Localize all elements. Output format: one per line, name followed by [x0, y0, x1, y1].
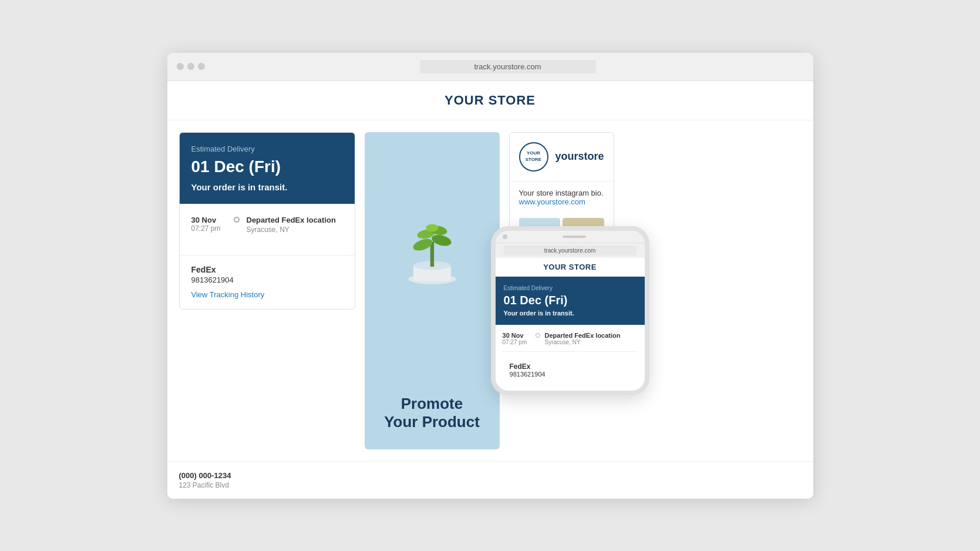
page-header: YOUR STORE [167, 81, 813, 120]
view-history-link[interactable]: View Tracking History [191, 290, 265, 299]
browser-addressbar[interactable]: track.yourstore.com [420, 60, 596, 73]
delivery-date: 01 Dec (Fri) [191, 157, 343, 177]
mobile-mockup: track.yourstore.com YOUR STORE Estimated… [491, 226, 649, 395]
mobile-event-time: 07:27 pm [503, 339, 531, 345]
store-name-social: yourstore [555, 150, 604, 163]
plant-pot-icon [394, 210, 470, 304]
store-title: YOUR STORE [179, 93, 801, 108]
promo-title: Promote Your Product [384, 395, 480, 431]
svg-point-8 [426, 224, 438, 232]
event-title: Departed FedEx location [247, 216, 343, 224]
mobile-addressbar[interactable]: track.yourstore.com [504, 246, 637, 256]
mobile-event-date: 30 Nov [503, 332, 531, 339]
social-website-link[interactable]: www.yourstore.com [519, 197, 585, 206]
mobile-event-dot [536, 333, 540, 338]
browser-dot-red[interactable] [177, 63, 184, 70]
mobile-divider [503, 351, 638, 352]
bottom-address: 123 Pacific Blvd [179, 481, 801, 489]
mobile-tracking-body: 30 Nov 07:27 pm Departed FedEx location … [496, 325, 645, 391]
tracking-number: 9813621904 [191, 276, 343, 284]
social-bio: Your store instagram bio. www.yourstore.… [510, 182, 614, 213]
estimated-delivery-label: Estimated Delivery [191, 145, 343, 153]
mobile-tracking-event: 30 Nov 07:27 pm Departed FedEx location … [503, 332, 638, 345]
mobile-content: YOUR STORE Estimated Delivery 01 Dec (Fr… [496, 258, 645, 391]
mobile-camera-icon [503, 234, 507, 239]
event-time: 07:27 pm [191, 224, 227, 233]
event-dot-col [234, 216, 240, 234]
tracking-card: Estimated Delivery 01 Dec (Fri) Your ord… [179, 132, 355, 310]
browser-dot-yellow[interactable] [187, 63, 194, 70]
mobile-carrier: FedEx [510, 362, 631, 371]
event-date-col: 30 Nov 07:27 pm [191, 216, 227, 234]
mobile-estimated-label: Estimated Delivery [504, 285, 637, 291]
carrier-name: FedEx [191, 265, 343, 274]
browser-dot-green[interactable] [198, 63, 205, 70]
promo-panel: Promote Your Product [365, 132, 500, 449]
mobile-browser-bar: track.yourstore.com [496, 243, 645, 258]
mobile-event-info: Departed FedEx location Syracuse, NY [545, 332, 638, 345]
mobile-delivery-date: 01 Dec (Fri) [504, 294, 637, 307]
mobile-speaker-icon [563, 236, 586, 238]
tracking-event: 30 Nov 07:27 pm Departed FedEx location … [191, 216, 343, 234]
promo-image-area [365, 132, 500, 384]
mobile-event-title: Departed FedEx location [545, 332, 638, 339]
mobile-event-location: Syracuse, NY [545, 339, 638, 345]
mobile-footer: FedEx 9813621904 [503, 357, 638, 384]
tracking-footer: FedEx 9813621904 View Tracking History [180, 255, 355, 309]
page-content: Estimated Delivery 01 Dec (Fri) Your ord… [167, 120, 813, 461]
browser-dots [177, 63, 205, 70]
mobile-tracking-header: Estimated Delivery 01 Dec (Fri) Your ord… [496, 277, 645, 325]
tracking-header: Estimated Delivery 01 Dec (Fri) Your ord… [180, 133, 355, 204]
browser-toolbar: track.yourstore.com [167, 53, 813, 81]
bottom-phone: (000) 000-1234 [179, 471, 801, 480]
mobile-tracking-num: 9813621904 [510, 371, 631, 378]
mobile-event-date-col: 30 Nov 07:27 pm [503, 332, 531, 345]
bottom-bar: (000) 000-1234 123 Pacific Blvd [167, 461, 813, 499]
event-location: Syracuse, NY [247, 226, 343, 234]
mobile-status-bar [496, 231, 645, 243]
mobile-delivery-status: Your order is in transit. [504, 310, 637, 317]
panels-container: Estimated Delivery 01 Dec (Fri) Your ord… [179, 132, 614, 449]
mobile-page-title: YOUR STORE [496, 258, 645, 277]
social-header: YOURSTORE yourstore [510, 133, 614, 182]
delivery-status: Your order is in transit. [191, 182, 343, 192]
event-dot [234, 217, 240, 223]
store-logo: YOURSTORE [519, 142, 548, 172]
browser-window: track.yourstore.com YOUR STORE Estimated… [167, 53, 813, 499]
tracking-body: 30 Nov 07:27 pm Departed FedEx location … [180, 204, 355, 255]
promo-text: Promote Your Product [372, 383, 491, 449]
event-info-col: Departed FedEx location Syracuse, NY [247, 216, 343, 234]
event-date: 30 Nov [191, 216, 227, 224]
